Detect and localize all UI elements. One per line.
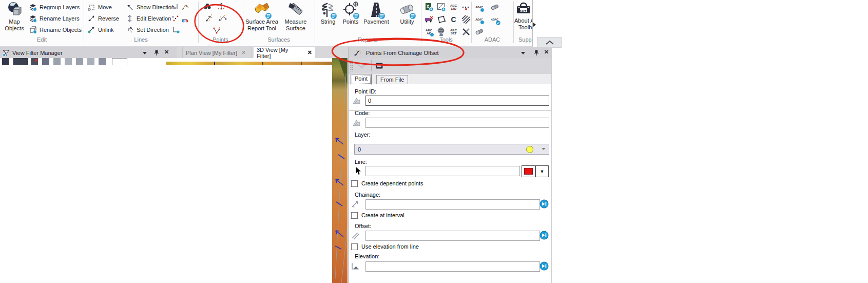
map-objects-icon [6, 1, 23, 18]
offset-icon[interactable] [351, 231, 360, 240]
abc-12d-button[interactable]: ABC12D [449, 2, 458, 12]
abc-annotate-button[interactable]: ABCAB [424, 27, 434, 36]
offset-input[interactable] [365, 231, 540, 241]
cross-sticks-button[interactable] [461, 27, 471, 36]
sphere-3d-button[interactable]: 3D [436, 27, 446, 36]
cross-sticks-icon [461, 27, 471, 36]
about-anz-toolbox-button[interactable]: ANZ About AToolbo [514, 1, 532, 35]
code-input[interactable] [365, 118, 549, 128]
view-filter-manager-header: View Filter Manager ✕ [0, 47, 177, 58]
rename-objects-button[interactable]: Rename Objects [29, 25, 82, 34]
move-button[interactable]: Move [87, 3, 112, 12]
move-point-button[interactable] [217, 2, 225, 11]
chainage-input[interactable] [365, 199, 540, 210]
find-point-button[interactable] [203, 2, 211, 11]
tab-point[interactable]: Point [351, 74, 372, 85]
tab-3d-view[interactable]: 3D View [My Filter] ✕ [254, 47, 315, 58]
truck-delete-button[interactable] [424, 14, 434, 24]
ribbon-group-reports: String Points Pavement [315, 0, 421, 45]
ribbon-collapse-button[interactable] [537, 37, 562, 48]
point-label-icon[interactable] [352, 97, 361, 105]
pavement-report-button[interactable]: Pavement [362, 1, 391, 35]
show-direction-button[interactable]: Show Direction [126, 3, 175, 12]
surface-area-report-tool-button[interactable]: Surface AreaReport Tool [245, 1, 279, 35]
abc-set-button[interactable]: ABCSET [449, 27, 458, 36]
adac-import-button[interactable]: ADAC [474, 14, 484, 24]
adac-validate-button[interactable]: ADAC [490, 14, 499, 24]
panel-menu-caret[interactable] [521, 52, 525, 54]
points-angle-button[interactable] [213, 26, 221, 35]
use-elevation-checkbox[interactable] [351, 243, 358, 250]
tab-3d-close-button[interactable]: ✕ [307, 49, 312, 56]
map-objects-button[interactable]: MapObjects [2, 1, 27, 35]
toolbar-stub-icon[interactable] [31, 58, 38, 65]
adac-export-button[interactable]: ADAC [474, 2, 484, 12]
chevron-down-icon[interactable] [356, 61, 368, 71]
panel-menu-caret[interactable] [143, 52, 147, 54]
pin-icon[interactable] [533, 49, 540, 56]
tab-plan-close-button[interactable]: ✕ [241, 49, 246, 56]
set-direction-button[interactable]: Set Direction [126, 25, 169, 34]
tab-from-file[interactable]: From File [376, 75, 408, 84]
line-input[interactable] [365, 166, 520, 176]
create-at-interval-checkbox[interactable] [351, 212, 358, 219]
toolbar-stub-icon[interactable] [65, 58, 72, 65]
layer-combobox[interactable]: 0 [354, 144, 549, 155]
elevation-icon[interactable] [351, 262, 360, 271]
panel-header: Points From Chainage Offset ✕ [349, 47, 551, 58]
panel-close-button[interactable]: ✕ [164, 49, 169, 55]
chainage-pick-button[interactable] [539, 199, 549, 209]
toolbar-stub-icon[interactable] [112, 58, 127, 65]
toolbar-stub-icon[interactable] [53, 58, 61, 65]
point-from-line-button[interactable] [205, 13, 213, 23]
point-id-input[interactable] [365, 96, 549, 106]
hatch-button[interactable] [461, 14, 471, 24]
toolbar-stub-icon[interactable] [87, 58, 94, 65]
pin-icon[interactable] [153, 49, 160, 56]
corner-line-button[interactable] [172, 25, 180, 34]
curve-c-button[interactable]: C [449, 14, 458, 24]
line-color-button[interactable] [522, 165, 535, 177]
toolbar-stub-icon[interactable] [42, 58, 49, 65]
chart-add-button[interactable] [436, 2, 446, 12]
points-from-chainage-offset-button[interactable] [219, 13, 227, 23]
add-remove-vertex-button[interactable] [181, 14, 189, 23]
chainage-icon[interactable] [351, 200, 360, 209]
capsule-button-2[interactable] [474, 27, 484, 36]
cursor-pick-icon[interactable] [353, 166, 362, 175]
panel-close-button[interactable]: ✕ [544, 49, 549, 55]
elevation-input[interactable] [365, 261, 540, 272]
line-color-dropdown-button[interactable]: ▼ [535, 165, 549, 177]
measure-surface-button[interactable]: MeasureSurface [279, 1, 312, 35]
regroup-layers-button[interactable]: Regroup Layers [29, 3, 80, 12]
line-check-button[interactable] [171, 3, 179, 12]
toolbar-stub-icon[interactable] [2, 58, 9, 65]
toolbar-stub-icon[interactable] [99, 58, 106, 65]
display-icon[interactable] [375, 62, 383, 70]
toolbar-stub-icon[interactable] [76, 58, 83, 65]
drag-grip[interactable] [350, 60, 353, 71]
capsule-button[interactable] [490, 2, 499, 12]
utility-report-button[interactable]: Utility [395, 1, 419, 35]
code-label: Code: [355, 110, 370, 116]
excel-export-button[interactable] [424, 2, 434, 12]
points-pattern-button[interactable] [171, 14, 179, 23]
reverse-button[interactable]: Reverse [87, 14, 119, 23]
toolbar-stub-icon[interactable] [13, 58, 28, 65]
edit-elevation-button[interactable]: Edit Elevation [126, 14, 171, 23]
points-strip-button[interactable] [461, 2, 471, 12]
rename-layers-button[interactable]: Rename Layers [29, 14, 80, 23]
report-badge-icon [409, 12, 416, 20]
ribbon: MapObjects Regroup Layers Rename Layers … [0, 0, 533, 47]
elevation-pick-button[interactable] [539, 261, 549, 271]
tab-plan-view[interactable]: Plan View [My Filter] ✕ [182, 47, 252, 58]
point-label-icon[interactable] [352, 119, 361, 127]
unlink-button[interactable]: Unlink [87, 25, 114, 34]
polygon-button[interactable] [436, 14, 446, 24]
ribbon-flyout-arrow[interactable] [533, 23, 536, 27]
points-report-button[interactable]: Points [339, 1, 362, 35]
string-report-button[interactable]: String [317, 1, 339, 35]
offset-pick-button[interactable] [539, 231, 549, 240]
create-dependent-points-checkbox[interactable] [351, 180, 358, 187]
smooth-line-button[interactable] [181, 3, 189, 12]
